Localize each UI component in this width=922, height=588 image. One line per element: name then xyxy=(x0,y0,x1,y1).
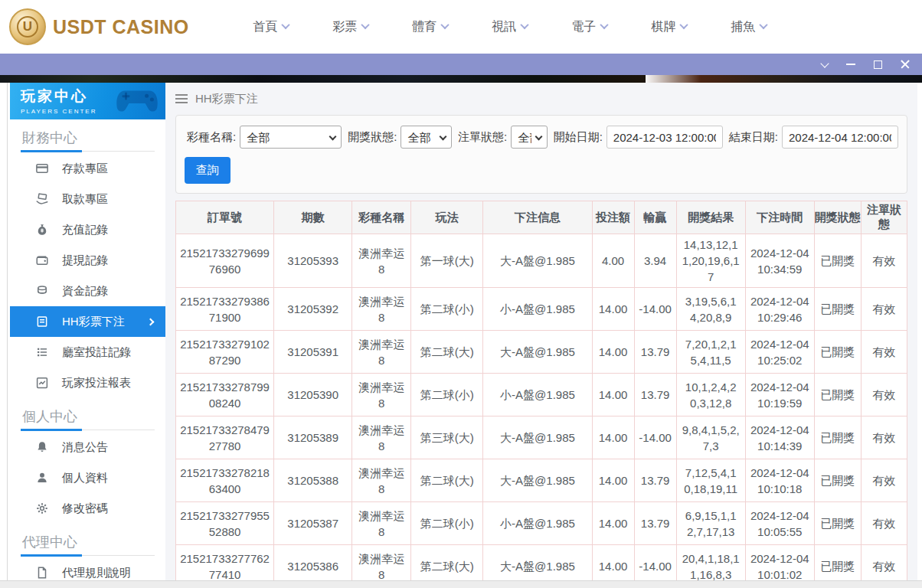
hamburger-menu-icon[interactable] xyxy=(175,94,188,103)
cell-9: 已開獎 xyxy=(814,545,861,581)
nav-item-label: 首頁 xyxy=(253,19,277,35)
sidebar-item-funds-record[interactable]: 資金記錄 xyxy=(10,276,165,306)
sidebar-item-profile[interactable]: 個人資料 xyxy=(10,462,165,493)
coins-icon xyxy=(35,284,49,298)
cell-7: 7,12,5,4,10,18,19,11 xyxy=(676,459,745,502)
search-button[interactable]: 查詢 xyxy=(185,157,230,184)
sidebar-item-label: 取款專區 xyxy=(62,192,108,207)
start-date-input[interactable] xyxy=(606,126,723,149)
table-body: 215217332796997696031205393澳洲幸运8第一球(大)大-… xyxy=(176,234,907,581)
lottery-name-label: 彩種名稱: xyxy=(187,130,236,145)
sidebar-item-label: 充值記錄 xyxy=(62,223,108,237)
decorative-banner-strip xyxy=(0,75,922,83)
filter-row: 彩種名稱: 全部 開獎狀態: 全部 注單狀態: 全部 xyxy=(185,126,898,149)
page-title: HH彩票下注 xyxy=(195,92,258,106)
sidebar-item-hh-lottery-bets[interactable]: HH彩票下注 xyxy=(10,306,165,337)
end-date-input[interactable] xyxy=(782,126,898,149)
sidebar-item-change-password[interactable]: 修改密碼 xyxy=(10,493,165,524)
end-date-label: 結束日期: xyxy=(729,130,778,145)
chevron-down-icon xyxy=(361,20,370,28)
cell-0: 2152173327879908240 xyxy=(176,374,274,416)
sidebar-item-announcements[interactable]: 消息公告 xyxy=(10,432,165,462)
order-status-select-control[interactable]: 全部 xyxy=(512,126,546,148)
nav-item-label: 電子 xyxy=(571,19,596,35)
doc-icon xyxy=(35,566,49,580)
sidebar-item-deposit-zone[interactable]: 存款專區 xyxy=(10,153,165,184)
cell-0: 2152173327795552880 xyxy=(176,502,274,545)
order-status-label: 注單狀態: xyxy=(458,130,507,145)
cell-5: 14.00 xyxy=(592,545,634,581)
brand-logo[interactable]: U USDT CASINO xyxy=(9,8,189,45)
cell-8: 2024-12-04 10:25:02 xyxy=(745,331,814,374)
nav-item-video[interactable]: 視訊 xyxy=(470,19,550,35)
cell-3: 第二球(大) xyxy=(411,331,483,374)
cell-0: 2152173327776277410 xyxy=(176,545,274,581)
nav-item-electronic[interactable]: 電子 xyxy=(550,19,629,35)
draw-status-select: 全部 xyxy=(401,126,452,149)
column-header-2: 彩種名稱 xyxy=(352,201,411,234)
cell-6: 13.79 xyxy=(634,374,676,416)
sidebar-item-hall-bet-record[interactable]: 廳室投註記錄 xyxy=(10,337,165,368)
cell-3: 第一球(大) xyxy=(411,234,483,288)
right-gutter xyxy=(917,83,922,580)
cell-0: 2152173327910287290 xyxy=(176,331,274,374)
nav-item-fishing[interactable]: 捕魚 xyxy=(709,19,789,35)
sidebar-item-agent-rules[interactable]: 代理規則說明 xyxy=(10,557,165,580)
cell-5: 14.00 xyxy=(592,288,634,331)
cell-8: 2024-12-04 10:01:02 xyxy=(745,545,814,581)
cell-8: 2024-12-04 10:05:55 xyxy=(745,502,814,545)
cell-4: 大-A盤@1.985 xyxy=(483,545,592,581)
nav-item-lottery[interactable]: 彩票 xyxy=(311,19,391,35)
minimize-icon[interactable] xyxy=(846,64,855,65)
chevron-down-icon xyxy=(282,20,290,28)
cell-0: 2152173327847927780 xyxy=(176,416,274,459)
section-title: 個人中心 xyxy=(10,398,165,429)
breadcrumb: HH彩票下注 xyxy=(175,83,907,115)
ticket-doc-icon xyxy=(35,315,49,328)
cell-3: 第二球(小) xyxy=(411,288,483,331)
cell-7: 9,8,4,1,5,2,7,3 xyxy=(676,416,745,459)
table-row: 215217332791028729031205391澳洲幸运8第二球(大)大-… xyxy=(176,331,907,374)
horizontal-scrollbar[interactable] xyxy=(0,580,922,588)
nav-item-chess[interactable]: 棋牌 xyxy=(629,19,709,35)
nav-item-home[interactable]: 首頁 xyxy=(231,19,311,35)
sidebar-item-recharge-record[interactable]: 充值記錄 xyxy=(10,214,165,245)
wallet-icon xyxy=(35,253,49,267)
logo-coin-icon: U xyxy=(9,8,46,45)
card-icon xyxy=(35,162,49,175)
cell-10: 有效 xyxy=(861,288,907,331)
nav-item-label: 視訊 xyxy=(492,19,516,35)
section-title: 代理中心 xyxy=(10,524,165,554)
nav-item-sports[interactable]: 體育 xyxy=(391,19,470,35)
cell-9: 已開獎 xyxy=(814,374,861,416)
hand-money-icon xyxy=(35,192,49,206)
sidebar-item-label: 修改密碼 xyxy=(62,501,108,516)
sidebar-item-withdraw-record[interactable]: 提現記錄 xyxy=(10,245,165,276)
sidebar: 玩家中心 PLAYERS CENTER 財務中心存款專區取款專區充值記錄提現記錄… xyxy=(10,83,165,580)
lottery-name-select-control[interactable]: 全部 xyxy=(240,126,341,148)
sidebar-item-player-bet-report[interactable]: 玩家投注報表 xyxy=(10,368,165,398)
chevron-down-icon xyxy=(441,20,450,28)
cell-5: 4.00 xyxy=(592,234,634,288)
cell-4: 大-A盤@1.985 xyxy=(483,331,592,374)
cell-7: 7,20,1,2,15,4,11,5 xyxy=(676,331,745,374)
cell-4: 小-A盤@1.985 xyxy=(483,288,592,331)
sidebar-item-withdraw-zone[interactable]: 取款專區 xyxy=(10,184,165,214)
cell-2: 澳洲幸运8 xyxy=(352,502,411,545)
close-icon[interactable] xyxy=(901,60,910,69)
cell-8: 2024-12-04 10:14:39 xyxy=(745,416,814,459)
sidebar-item-label: 個人資料 xyxy=(62,471,108,485)
cell-1: 31205393 xyxy=(274,234,352,288)
cell-5: 14.00 xyxy=(592,331,634,374)
person-icon xyxy=(35,471,49,485)
collapse-chevron-icon[interactable] xyxy=(820,59,829,67)
cell-3: 第二球(小) xyxy=(411,374,483,416)
maximize-icon[interactable] xyxy=(874,60,882,69)
cell-1: 31205389 xyxy=(274,416,352,459)
sidebar-item-label: 資金記錄 xyxy=(62,284,108,299)
cell-1: 31205392 xyxy=(274,288,352,331)
cell-4: 大-A盤@1.985 xyxy=(483,234,592,288)
draw-status-select-control[interactable]: 全部 xyxy=(401,126,451,148)
cell-9: 已開獎 xyxy=(814,288,861,331)
cell-2: 澳洲幸运8 xyxy=(352,234,411,288)
